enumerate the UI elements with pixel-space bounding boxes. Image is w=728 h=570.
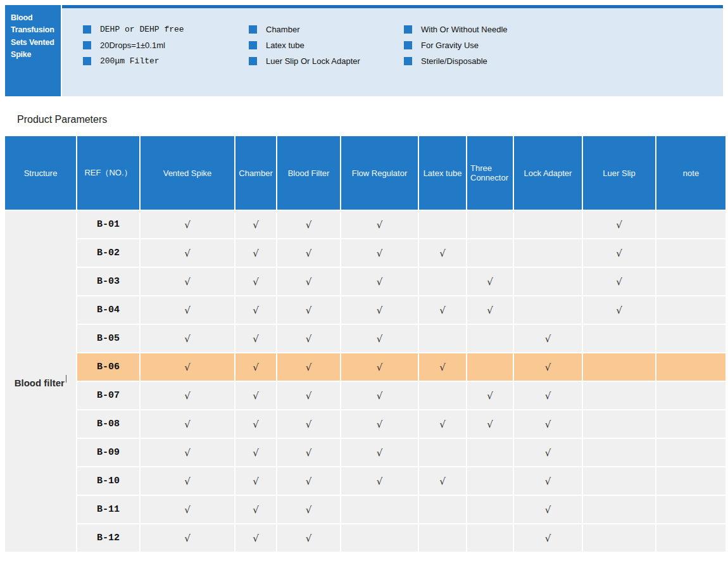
parameters-table: Structure REF（NO.） Vented Spike Chamber … <box>5 136 725 553</box>
cell-luer-slip <box>583 467 656 496</box>
table-row-b-02: B-02√√√√√√ <box>5 239 725 268</box>
feature-item: 20Drops=1±0.1ml <box>83 41 249 50</box>
cell-blood-filter: √ <box>277 211 341 239</box>
table-row-b-08: B-08√√√√√√√ <box>5 410 725 439</box>
col-header-lock-adapter: Lock Adapter <box>514 136 583 211</box>
cell-latex-tube <box>419 382 467 410</box>
cell-latex-tube: √ <box>419 353 467 382</box>
table-row-b-05: B-05√√√√√ <box>5 325 725 353</box>
cell-blood-filter: √ <box>277 268 341 296</box>
cell-three-connector: √ <box>467 268 514 296</box>
feature-item: DEHP or DEHP free <box>83 25 249 34</box>
cell-luer-slip: √ <box>583 211 656 239</box>
cell-lock-adapter: √ <box>514 410 583 439</box>
cell-chamber: √ <box>235 239 277 268</box>
cell-note <box>656 496 725 524</box>
ref-cell: B-03 <box>77 268 141 296</box>
cell-note <box>656 439 725 467</box>
cell-blood-filter: √ <box>277 439 341 467</box>
cell-three-connector <box>467 353 514 382</box>
ref-cell: B-11 <box>77 496 141 524</box>
cell-three-connector: √ <box>467 296 514 325</box>
table-row-b-07: B-07√√√√√√ <box>5 382 725 410</box>
cell-latex-tube <box>419 268 467 296</box>
cell-vented-spike: √ <box>141 239 235 268</box>
feature-label: Chamber <box>266 25 299 34</box>
feature-item: 200μm Filter <box>83 56 249 66</box>
table-row-b-03: B-03√√√√√√ <box>5 268 725 296</box>
cell-lock-adapter <box>514 239 583 268</box>
cell-vented-spike: √ <box>141 410 235 439</box>
cell-vented-spike: √ <box>141 382 235 410</box>
table-row-b-04: B-04√√√√√√√ <box>5 296 725 325</box>
ref-cell: B-01 <box>77 211 141 239</box>
col-header-luer-slip: Luer Slip <box>583 136 656 211</box>
cell-chamber: √ <box>235 467 277 496</box>
cell-luer-slip <box>583 382 656 410</box>
ref-cell: B-05 <box>77 325 141 353</box>
cell-blood-filter: √ <box>277 325 341 353</box>
cell-lock-adapter <box>514 296 583 325</box>
bullet-square-icon <box>83 57 91 65</box>
cell-flow-regulator: √ <box>341 353 419 382</box>
cell-lock-adapter: √ <box>514 467 583 496</box>
structure-cell[interactable]: Blood filter <box>5 211 77 553</box>
page: Blood Transfusion Sets Vented Spike DEHP… <box>0 0 728 558</box>
feature-item: Luer Slip Or Lock Adapter <box>249 56 404 66</box>
ref-cell: B-10 <box>77 467 141 496</box>
feature-label: 20Drops=1±0.1ml <box>100 41 165 50</box>
cell-vented-spike: √ <box>141 211 235 239</box>
feature-label: DEHP or DEHP free <box>100 25 184 34</box>
bullet-square-icon <box>83 25 91 34</box>
cell-latex-tube: √ <box>419 467 467 496</box>
cell-latex-tube: √ <box>419 296 467 325</box>
cell-blood-filter: √ <box>277 239 341 268</box>
table-header-row: Structure REF（NO.） Vented Spike Chamber … <box>5 136 725 211</box>
cell-blood-filter: √ <box>277 296 341 325</box>
feature-item: Sterile/Disposable <box>404 56 508 66</box>
col-header-latex-tube: Latex tube <box>419 136 467 211</box>
cell-flow-regulator: √ <box>341 325 419 353</box>
cell-lock-adapter: √ <box>514 382 583 410</box>
cell-note <box>656 382 725 410</box>
cell-flow-regulator: √ <box>341 239 419 268</box>
cell-blood-filter: √ <box>277 353 341 382</box>
cell-latex-tube <box>419 439 467 467</box>
cell-note <box>656 296 725 325</box>
cell-flow-regulator <box>341 524 419 553</box>
cell-lock-adapter: √ <box>514 439 583 467</box>
cell-flow-regulator: √ <box>341 439 419 467</box>
cell-chamber: √ <box>235 268 277 296</box>
cell-luer-slip <box>583 353 656 382</box>
cell-chamber: √ <box>235 296 277 325</box>
cell-three-connector <box>467 239 514 268</box>
features-column-1: DEHP or DEHP free 20Drops=1±0.1ml 200μm … <box>83 25 249 66</box>
cell-three-connector: √ <box>467 382 514 410</box>
features-column-2: Chamber Latex tube Luer Slip Or Lock Ada… <box>249 25 404 66</box>
section-title: Product Parameters <box>17 114 723 125</box>
feature-label: Sterile/Disposable <box>421 56 487 66</box>
ref-cell: B-04 <box>77 296 141 325</box>
table-row-b-01: Blood filterB-01√√√√√ <box>5 211 725 239</box>
cell-three-connector: √ <box>467 410 514 439</box>
col-header-note: note <box>656 136 725 211</box>
bullet-square-icon <box>249 57 257 65</box>
product-header: Blood Transfusion Sets Vented Spike DEHP… <box>5 5 723 96</box>
cell-chamber: √ <box>235 382 277 410</box>
table-row-b-10: B-10√√√√√√ <box>5 467 725 496</box>
ref-cell: B-09 <box>77 439 141 467</box>
cell-note <box>656 239 725 268</box>
cell-luer-slip <box>583 496 656 524</box>
col-header-blood-filter: Blood Filter <box>277 136 341 211</box>
cell-luer-slip: √ <box>583 268 656 296</box>
cell-luer-slip <box>583 325 656 353</box>
cell-vented-spike: √ <box>141 496 235 524</box>
structure-label: Blood filter <box>15 377 65 388</box>
cell-lock-adapter: √ <box>514 325 583 353</box>
ref-cell: B-07 <box>77 382 141 410</box>
cell-chamber: √ <box>235 410 277 439</box>
table-row-b-09: B-09√√√√√ <box>5 439 725 467</box>
cell-chamber: √ <box>235 496 277 524</box>
cell-blood-filter: √ <box>277 496 341 524</box>
cell-latex-tube <box>419 325 467 353</box>
